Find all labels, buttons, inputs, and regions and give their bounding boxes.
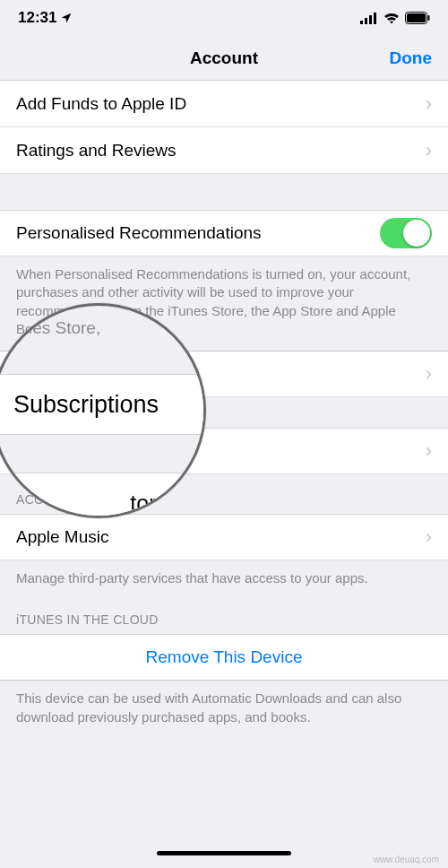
status-time: 12:31 xyxy=(18,9,56,27)
row-subscriptions[interactable]: Subscriptions › xyxy=(0,351,448,397)
row-label: Subscriptions xyxy=(16,364,118,384)
watermark: www.deuaq.com xyxy=(374,855,439,864)
header-account-access: ACCOUNT ACCESS xyxy=(0,474,448,514)
footer-account-access: Manage third-party services that have ac… xyxy=(0,560,448,600)
remove-device-button[interactable]: Remove This Device xyxy=(0,634,448,681)
group-gap xyxy=(0,397,448,428)
svg-rect-6 xyxy=(428,15,430,21)
wifi-icon xyxy=(383,13,400,24)
done-button[interactable]: Done xyxy=(390,48,433,68)
row-apple-music[interactable]: Apple Music › xyxy=(0,514,448,560)
page-title: Account xyxy=(190,48,258,68)
chevron-right-icon: › xyxy=(426,439,432,463)
cellular-icon xyxy=(360,13,378,24)
battery-icon xyxy=(405,12,430,24)
svg-rect-1 xyxy=(365,18,367,24)
svg-rect-2 xyxy=(369,15,372,24)
chevron-right-icon: › xyxy=(426,92,432,116)
row-ratings-reviews[interactable]: Ratings and Reviews › xyxy=(0,127,448,174)
row-purchase-history[interactable]: Purchase History › xyxy=(0,428,448,474)
header-cloud: iTUNES IN THE CLOUD xyxy=(0,600,448,634)
svg-rect-5 xyxy=(407,13,426,22)
footer-cloud: This device can be used with Automatic D… xyxy=(0,681,448,739)
row-label: Purchase History xyxy=(16,441,146,461)
chevron-right-icon: › xyxy=(426,525,432,549)
row-add-funds[interactable]: Add Funds to Apple ID › xyxy=(0,81,448,127)
location-icon xyxy=(60,12,73,24)
link-label: Remove This Device xyxy=(146,647,303,667)
row-label: Apple Music xyxy=(16,527,109,547)
nav-bar: Account Done xyxy=(0,36,448,81)
row-label: Ratings and Reviews xyxy=(16,141,176,161)
row-label: Add Funds to Apple ID xyxy=(16,94,186,114)
footer-personalised: When Personalised Recommendations is tur… xyxy=(0,256,448,351)
row-label: Personalised Recommendations xyxy=(16,223,262,243)
chevron-right-icon: › xyxy=(426,139,432,162)
svg-rect-0 xyxy=(360,21,363,24)
chevron-right-icon: › xyxy=(426,362,432,386)
group-gap xyxy=(0,174,448,210)
home-indicator xyxy=(157,851,291,855)
toggle-personalised[interactable] xyxy=(380,218,432,248)
status-bar: 12:31 xyxy=(0,0,448,36)
row-personalised-recommendations[interactable]: Personalised Recommendations xyxy=(0,210,448,256)
svg-rect-3 xyxy=(374,13,376,24)
